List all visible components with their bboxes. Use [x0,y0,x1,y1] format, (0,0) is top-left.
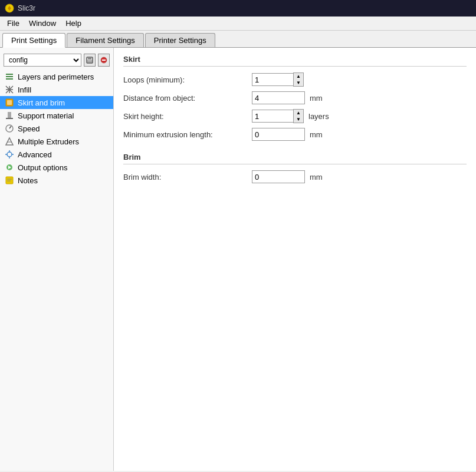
sidebar-label-extruders: Multiple Extruders [18,137,79,146]
content-area: Skirt Loops (minimum): ▲ ▼ Distance from… [114,48,476,471]
config-dropdown[interactable]: config [4,54,81,67]
sidebar-item-skirt[interactable]: Skirt and brim [0,96,113,109]
svg-rect-28 [6,177,13,184]
skirt-height-row: Skirt height: ▲ ▼ layers [123,109,467,123]
tab-print-settings[interactable]: Print Settings [2,33,65,48]
svg-rect-15 [8,112,11,118]
sidebar-label-infill: Infill [18,85,31,94]
loops-label: Loops (minimum): [123,75,247,84]
loops-spinner: ▲ ▼ [252,72,304,87]
brim-width-unit: mm [310,173,323,181]
svg-rect-6 [6,74,13,75]
delete-icon [100,57,107,64]
title-bar: Slic3r [0,0,476,16]
notes-icon [5,176,14,185]
svg-rect-3 [87,60,92,62]
brim-width-input[interactable] [252,170,305,183]
brim-width-row: Brim width: mm [123,170,467,183]
menu-file[interactable]: File [2,18,24,29]
skirt-height-spin-up[interactable]: ▲ [294,110,303,116]
sidebar-label-advanced: Advanced [18,150,52,159]
min-extrusion-input[interactable] [252,128,305,141]
menu-bar: File Window Help [0,16,476,31]
save-config-button[interactable] [84,54,96,67]
save-icon [86,57,93,64]
svg-rect-16 [6,118,13,119]
delete-config-button[interactable] [98,54,110,67]
sidebar-label-skirt: Skirt and brim [18,98,65,107]
infill-icon [5,85,14,94]
sidebar-label-layers: Layers and perimeters [18,72,94,81]
distance-input[interactable] [252,91,305,104]
tab-printer-settings[interactable]: Printer Settings [145,33,215,47]
skirt-height-spin-buttons: ▲ ▼ [293,109,304,123]
skirt-icon [5,98,14,107]
svg-rect-7 [6,76,13,77]
brim-section-title: Brim [123,153,467,164]
min-extrusion-unit: mm [310,130,323,139]
extruders-icon [5,137,14,146]
sidebar-item-support[interactable]: Support material [0,109,113,122]
app-title: Slic3r [18,4,35,12]
sidebar-item-infill[interactable]: Infill [0,83,113,96]
advanced-icon [5,150,14,159]
sidebar-top: config [0,51,113,70]
loops-spin-up[interactable]: ▲ [294,73,303,80]
menu-window[interactable]: Window [24,18,61,29]
sidebar-item-layers[interactable]: Layers and perimeters [0,70,113,83]
tab-bar: Print Settings Filament Settings Printer… [0,31,476,48]
sidebar-label-speed: Speed [18,124,40,133]
distance-row: Distance from object: mm [123,91,467,104]
min-extrusion-row: Minimum extrusion length: mm [123,128,467,141]
speed-icon [5,124,14,133]
skirt-height-unit: layers [308,112,329,121]
menu-help[interactable]: Help [61,18,86,29]
skirt-height-input[interactable] [252,110,293,123]
sidebar-item-extruders[interactable]: Multiple Extruders [0,135,113,148]
app-icon [5,4,14,13]
sidebar-item-output[interactable]: Output options [0,161,113,174]
sidebar-item-notes[interactable]: Notes [0,174,113,187]
svg-rect-14 [7,100,12,105]
svg-point-21 [7,152,12,157]
sidebar-label-notes: Notes [18,176,38,185]
sidebar-label-support: Support material [18,111,74,120]
output-icon [5,163,14,172]
sidebar-label-output: Output options [18,163,68,172]
skirt-height-label: Skirt height: [123,112,247,121]
skirt-section-title: Skirt [123,55,467,67]
sidebar-item-speed[interactable]: Speed [0,122,113,135]
layers-icon [5,72,14,81]
loops-row: Loops (minimum): ▲ ▼ [123,72,467,87]
svg-line-18 [9,126,11,128]
svg-rect-8 [6,78,13,80]
loops-input[interactable] [252,73,293,86]
svg-marker-19 [6,138,13,145]
brim-width-label: Brim width: [123,173,247,181]
distance-unit: mm [310,94,323,103]
support-icon [5,111,14,120]
sidebar: config [0,48,114,471]
distance-label: Distance from object: [123,94,247,103]
skirt-height-spin-down[interactable]: ▼ [294,116,303,123]
skirt-height-spinner: ▲ ▼ [252,109,304,123]
loops-spin-down[interactable]: ▼ [294,80,303,86]
min-extrusion-label: Minimum extrusion length: [123,130,247,139]
svg-rect-2 [88,57,91,60]
tab-filament-settings[interactable]: Filament Settings [67,33,143,47]
sidebar-item-advanced[interactable]: Advanced [0,148,113,161]
main-layout: config [0,48,476,471]
loops-spin-buttons: ▲ ▼ [293,72,304,87]
